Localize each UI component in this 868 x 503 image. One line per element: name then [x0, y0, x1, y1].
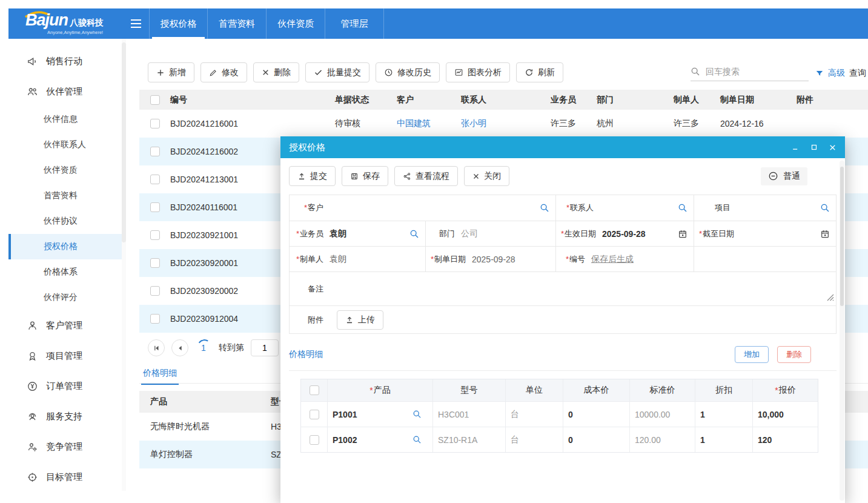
delete-row-button[interactable]: 删除 [777, 346, 811, 363]
table-row[interactable]: P1002 SZ10-R1A 台 0 120.00 1 120 [301, 427, 818, 452]
resize-handle-icon[interactable] [827, 293, 834, 304]
row-checkbox[interactable] [310, 410, 319, 419]
sidebar-item-target-mgmt[interactable]: 目标管理 [8, 462, 126, 492]
search-icon[interactable] [412, 435, 422, 444]
sidebar-item-project-mgmt[interactable]: 项目管理 [8, 341, 126, 371]
row-checkbox[interactable] [150, 175, 160, 184]
row-checkbox[interactable] [150, 230, 160, 240]
check-icon [314, 68, 323, 77]
sidebar-item-sales-action[interactable]: 销售行动 [8, 46, 126, 76]
minimize-button[interactable] [792, 144, 800, 152]
upload-button[interactable]: 上传 [337, 310, 383, 330]
chart-analysis-button[interactable]: 图表分析 [446, 62, 510, 82]
close-button[interactable] [829, 144, 837, 152]
row-checkbox[interactable] [150, 147, 160, 156]
sidebar-item-partner-mgmt[interactable]: 伙伴管理 [8, 76, 126, 107]
sidebar-item-order-mgmt[interactable]: 订单管理 [8, 371, 126, 401]
priority-badge[interactable]: 普通 [761, 167, 807, 185]
sidebar-item-customer-mgmt[interactable]: 客户管理 [8, 310, 126, 341]
dialog-scrollbar[interactable] [840, 161, 844, 501]
contact-link[interactable]: 张小明 [461, 118, 486, 128]
cell-standard-price: 120.00 [629, 427, 695, 452]
dialog-titlebar[interactable]: 授权价格 [280, 136, 845, 158]
row-checkbox[interactable] [150, 258, 160, 268]
first-page-button[interactable] [148, 339, 165, 356]
dept-field[interactable]: 部门 公司 [425, 221, 555, 246]
col-customer: 客户 [392, 95, 456, 105]
add-row-button[interactable]: 增加 [735, 346, 769, 363]
search-icon[interactable] [412, 410, 422, 419]
sidebar-item-partner-agreement[interactable]: 伙伴协议 [8, 208, 126, 234]
maximize-icon [810, 144, 818, 151]
salesman-value: 袁朗 [330, 228, 346, 239]
row-checkbox[interactable] [150, 314, 160, 324]
nav-tab-first-sale-docs[interactable]: 首营资料 [208, 8, 267, 39]
sidebar-item-service-support[interactable]: 服务支持 [8, 401, 126, 431]
search-icon [820, 203, 830, 213]
prev-page-button[interactable] [171, 339, 188, 356]
tab-price-detail[interactable]: 价格明细 [141, 364, 179, 385]
edit-button[interactable]: 修改 [200, 62, 247, 82]
cell-dept: 杭州 [592, 118, 669, 129]
row-checkbox[interactable] [150, 119, 160, 128]
search-icon [691, 67, 700, 76]
table-row[interactable]: BJD20241216001 待审核 中国建筑 张小明 许三多 杭州 许三多 2… [139, 110, 868, 138]
history-button[interactable]: 修改历史 [376, 62, 440, 82]
sidebar-item-partner-qualification[interactable]: 伙伴资质 [8, 158, 126, 183]
refresh-button[interactable]: 刷新 [516, 62, 563, 82]
nav-tab-label: 管理层 [341, 18, 368, 30]
search-input[interactable] [706, 67, 790, 76]
sidebar-item-label: 项目管理 [46, 350, 82, 362]
sidebar-item-partner-score[interactable]: 伙伴评分 [8, 285, 126, 310]
sidebar-item-partner-info[interactable]: 伙伴信息 [8, 107, 126, 132]
save-button[interactable]: 保存 [342, 166, 388, 186]
col-creator: 制单人 [669, 95, 715, 105]
col-product: 产品 [139, 396, 271, 407]
col-contact: 联系人 [456, 95, 546, 105]
remark-field[interactable]: 备注 [290, 272, 836, 305]
sidebar-item-competition-mgmt[interactable]: 竞争管理 [8, 431, 126, 462]
current-page[interactable]: 1 [195, 343, 212, 353]
contact-field[interactable]: *联系人 [555, 195, 694, 221]
salesman-field[interactable]: *业务员 袁朗 [290, 221, 425, 246]
project-field[interactable]: 项目 [694, 195, 836, 221]
submit-button[interactable]: 提交 [289, 166, 336, 186]
row-checkbox[interactable] [310, 435, 319, 445]
row-checkbox[interactable] [150, 202, 160, 212]
hamburger-icon [131, 19, 141, 21]
creator-field: *制单人 袁朗 [290, 247, 425, 271]
select-all-checkbox[interactable] [150, 95, 160, 105]
nav-tab-authorized-price[interactable]: 授权价格 [149, 8, 208, 39]
table-row[interactable]: P1001 H3C001 台 0 10000.00 1 10,000 [301, 401, 818, 427]
nav-tab-management[interactable]: 管理层 [325, 8, 384, 39]
table-header: *产品 型号 单位 成本价 标准价 折扣 *报价 [301, 379, 818, 401]
menu-toggle[interactable] [122, 8, 149, 39]
sidebar-item-partner-contacts[interactable]: 伙伴联系人 [8, 132, 126, 158]
batch-submit-button[interactable]: 批量提交 [305, 62, 369, 82]
cell-model: H3C001 [432, 402, 505, 427]
delete-button[interactable]: 删除 [253, 62, 299, 82]
cell-quote: 10,000 [752, 402, 818, 427]
page-number-input[interactable] [251, 339, 279, 356]
search-box[interactable] [691, 67, 809, 81]
sidebar-item-authorized-price[interactable]: 授权价格 [8, 234, 126, 259]
effective-date-field[interactable]: *生效日期 2025-09-28 [555, 221, 694, 246]
nav-tab-partner-qualification[interactable]: 伙伴资质 [267, 8, 325, 39]
sidebar-item-price-system[interactable]: 价格体系 [8, 259, 126, 285]
add-button[interactable]: 新增 [148, 62, 194, 82]
deadline-date-field[interactable]: *截至日期 [694, 221, 836, 246]
row-checkbox[interactable] [150, 286, 160, 296]
maximize-button[interactable] [810, 144, 818, 151]
button-label: 图表分析 [468, 67, 502, 78]
sidebar-item-first-sale-docs[interactable]: 首营资料 [8, 183, 126, 208]
priority-label: 普通 [783, 171, 800, 182]
select-all-checkbox[interactable] [310, 385, 319, 395]
view-flow-button[interactable]: 查看流程 [394, 166, 458, 186]
sidebar-scrollbar[interactable] [122, 39, 126, 491]
sidebar-item-label: 授权价格 [44, 241, 78, 252]
customer-field[interactable]: *客户 [290, 195, 555, 221]
app-window: Bajun 八骏科技 Anyone,Anytime,Anywhere! 授权价格… [8, 8, 868, 491]
advanced-query[interactable]: 高级 查询 [815, 68, 866, 79]
customer-link[interactable]: 中国建筑 [397, 118, 431, 128]
close-dialog-button[interactable]: 关闭 [464, 166, 509, 186]
